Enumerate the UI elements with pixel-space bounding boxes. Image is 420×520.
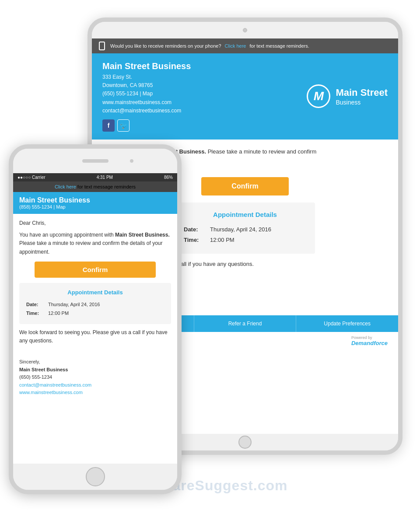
phone-bottom-bar bbox=[13, 464, 177, 490]
phone-sig-website[interactable]: www.mainstreetbusiness.com bbox=[19, 389, 171, 397]
phone-date-label: Date: bbox=[26, 301, 45, 309]
phone-sig-phone: (650) 555-1234 bbox=[19, 373, 171, 381]
phone-confirm-button[interactable]: Confirm bbox=[35, 262, 156, 278]
tablet-social: f 🐦 bbox=[102, 119, 191, 132]
phone-notification-link[interactable]: Click here bbox=[55, 184, 76, 189]
tablet-date-value: Thursday, April 24, 2016 bbox=[210, 225, 271, 234]
phone-notification-text: for text message reminders bbox=[77, 184, 136, 189]
battery-text: 86% bbox=[164, 175, 173, 180]
volume-up-button[interactable] bbox=[9, 184, 10, 201]
phone-time-value: 12:00 PM bbox=[48, 310, 69, 318]
phone-para1: You have an upcoming appointment with Ma… bbox=[19, 231, 171, 256]
tablet-email: contact@mainstreetbusiness.com bbox=[102, 107, 191, 115]
phone-frame: ●●○○○ Carrier 4:31 PM 86% Click here for… bbox=[9, 144, 182, 494]
phone-phone-map: (858) 555-1234 | Map bbox=[19, 204, 171, 209]
tablet-logo-name2: Business bbox=[336, 99, 388, 106]
phone-appt-time-row: Time: 12:00 PM bbox=[26, 310, 164, 318]
phone-camera bbox=[130, 159, 133, 163]
tablet-appt-title: Appointment Details bbox=[184, 209, 306, 220]
tablet-website-link[interactable]: www.mainstreetbusiness.com bbox=[102, 99, 172, 105]
phone-appt-title: Appointment Details bbox=[26, 288, 164, 297]
phone-time-label: Time: bbox=[26, 310, 45, 318]
phone-home-button[interactable] bbox=[86, 467, 105, 486]
phone-date-value: Thursday, April 24, 2016 bbox=[48, 301, 100, 309]
phone-top-bar bbox=[13, 149, 177, 173]
tablet-phone-map: (650) 555-1234 | Map bbox=[102, 90, 191, 98]
tablet-refer-friend[interactable]: Refer a Friend bbox=[194, 315, 297, 332]
phone-closing1: We look forward to seeing you. Please gi… bbox=[19, 328, 171, 345]
carrier-text: ●●○○○ Carrier bbox=[18, 175, 46, 180]
power-button[interactable] bbox=[181, 192, 182, 216]
tablet-time-label: Time: bbox=[184, 236, 206, 245]
phone-speaker bbox=[82, 159, 108, 163]
twitter-icon[interactable]: 🐦 bbox=[117, 119, 130, 132]
phone-sig-name: Main Street Business bbox=[19, 366, 171, 374]
tablet-appt-details: Appointment Details Date: Thursday, Apri… bbox=[175, 202, 315, 254]
tablet-notification-link[interactable]: Click here bbox=[225, 43, 246, 49]
volume-down-button[interactable] bbox=[9, 206, 10, 223]
tablet-appt-time-row: Time: 12:00 PM bbox=[184, 236, 306, 245]
tablet-map-link[interactable]: Map bbox=[143, 91, 153, 97]
tablet-header-right-text: Main Street Business bbox=[336, 87, 388, 105]
phone-sig-email[interactable]: contact@mainstreetbusiness.com bbox=[19, 381, 171, 389]
tablet-notification-suffix: for text message reminders. bbox=[249, 43, 309, 49]
tablet-header-right: M Main Street Business bbox=[307, 84, 388, 108]
phone-status-bar: ●●○○○ Carrier 4:31 PM 86% bbox=[13, 173, 177, 181]
tablet-email-link[interactable]: contact@mainstreetbusiness.com bbox=[102, 108, 181, 114]
powered-by-label: Powered by bbox=[351, 335, 388, 340]
phone-appt-date-row: Date: Thursday, April 24, 2016 bbox=[26, 301, 164, 309]
tablet-home-button[interactable] bbox=[238, 436, 252, 449]
phone-header: Main Street Business (858) 555-1234 | Ma… bbox=[13, 192, 177, 214]
tablet-time-value: 12:00 PM bbox=[210, 236, 234, 245]
tablet-header-left: Main Street Business 333 Easy St. Downto… bbox=[102, 61, 191, 132]
phone-business-name: Main Street Business bbox=[19, 196, 171, 204]
tablet-date-label: Date: bbox=[184, 225, 206, 234]
tablet-website: www.mainstreetbusiness.com bbox=[102, 98, 191, 107]
tablet-notification-bar: Would you like to receive reminders on y… bbox=[92, 38, 398, 53]
tablet-logo-name1: Main Street bbox=[336, 87, 388, 98]
phone-content: ●●○○○ Carrier 4:31 PM 86% Click here for… bbox=[13, 173, 177, 464]
tablet-business-name: Main Street Business bbox=[102, 61, 191, 71]
tablet-notification-text: Would you like to receive reminders on y… bbox=[110, 43, 221, 49]
facebook-icon[interactable]: f bbox=[102, 119, 115, 132]
tablet-top-bar bbox=[92, 22, 398, 38]
tablet-header: Main Street Business 333 Easy St. Downto… bbox=[92, 53, 398, 140]
tablet-confirm-button[interactable]: Confirm bbox=[201, 177, 289, 195]
tablet-address1: 333 Easy St. bbox=[102, 73, 191, 81]
tablet-address2: Downtown, CA 98765 bbox=[102, 81, 191, 90]
phone-footer: Sincerely, Main Street Business (650) 55… bbox=[13, 354, 177, 401]
demandforce-branding: Powered by Demandforce bbox=[351, 335, 388, 346]
phone-icon bbox=[99, 42, 105, 50]
tablet-camera bbox=[243, 28, 247, 32]
phone-map-link[interactable]: Map bbox=[56, 204, 65, 209]
phone-body: Dear Chris, You have an upcoming appoint… bbox=[13, 214, 177, 354]
demandforce-logo: Demandforce bbox=[351, 340, 388, 346]
phone-appt-details: Appointment Details Date: Thursday, Apri… bbox=[19, 283, 171, 324]
phone-sincerely: Sincerely, bbox=[19, 358, 171, 366]
tablet-appt-date-row: Date: Thursday, April 24, 2016 bbox=[184, 225, 306, 234]
time-text: 4:31 PM bbox=[97, 175, 113, 180]
phone-notification-bar: Click here for text message reminders bbox=[13, 181, 177, 192]
business-logo: M bbox=[307, 84, 330, 108]
phone-greeting: Dear Chris, bbox=[19, 219, 171, 227]
tablet-update-prefs[interactable]: Update Preferences bbox=[296, 315, 398, 332]
